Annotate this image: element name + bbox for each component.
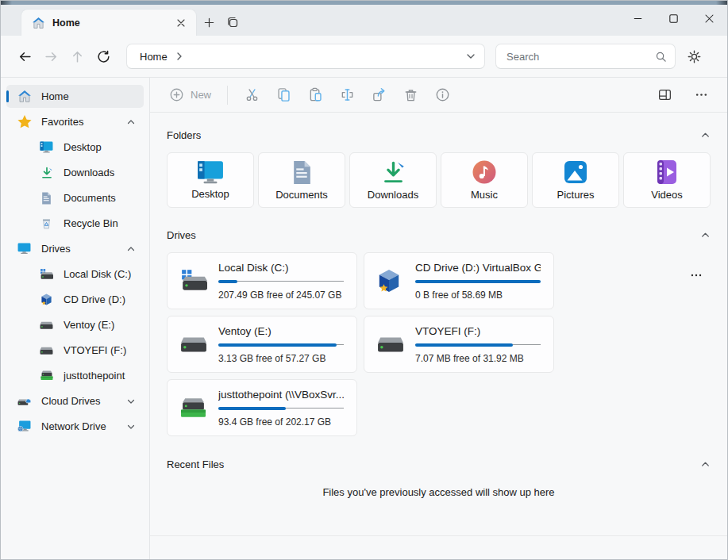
- folder-tile-documents[interactable]: Documents: [258, 152, 345, 208]
- local-disk-icon: [39, 269, 54, 280]
- sidebar-item-local-disk-c[interactable]: Local Disk (C:): [6, 263, 144, 286]
- chevron-up-icon[interactable]: [126, 244, 136, 254]
- breadcrumb[interactable]: Home: [140, 51, 168, 63]
- sidebar-item-cloud-drives[interactable]: Cloud Drives: [6, 389, 144, 412]
- folder-tile-videos[interactable]: Videos: [623, 152, 711, 208]
- this-pc-icon: [17, 243, 32, 255]
- section-title: Drives: [167, 229, 196, 241]
- desktop-icon: [39, 141, 54, 153]
- network-drive-icon: [17, 420, 32, 432]
- sidebar-item-vtoyefi-f[interactable]: VTOYEFI (F:): [6, 339, 144, 362]
- sidebar-item-home[interactable]: Home: [6, 85, 144, 108]
- sidebar-item-recycle-bin[interactable]: Recycle Bin: [6, 212, 144, 235]
- drives-more-options-icon[interactable]: [687, 268, 706, 282]
- selection-indicator: [6, 90, 9, 102]
- drive-card-justtothepoint[interactable]: justtothepoint (\\VBoxSvr... 93.4 GB fre…: [167, 379, 357, 436]
- chevron-right-icon[interactable]: [175, 52, 184, 61]
- recycle-bin-icon: [39, 217, 54, 229]
- address-dropdown-icon[interactable]: [465, 51, 476, 62]
- sidebar-item-network-drive[interactable]: Network Drive: [6, 415, 144, 438]
- navigation-pane: Home Favorites Desktop: [1, 78, 150, 560]
- tab-overview-icon[interactable]: [226, 16, 239, 29]
- minimize-icon[interactable]: [620, 5, 656, 32]
- divider: [227, 86, 228, 105]
- home-icon: [17, 90, 32, 103]
- recent-files-section-header: Recent Files: [167, 458, 711, 470]
- collapse-section-icon[interactable]: [700, 230, 711, 240]
- sidebar-item-desktop[interactable]: Desktop: [6, 136, 144, 159]
- sidebar-item-cd-drive-d[interactable]: CD Drive (D:): [6, 288, 144, 311]
- sidebar-item-drives[interactable]: Drives: [6, 237, 144, 260]
- hdd-icon: [180, 335, 207, 354]
- videos-icon: [654, 159, 680, 185]
- chevron-down-icon[interactable]: [126, 422, 136, 432]
- capacity-bar: [218, 279, 344, 284]
- share-icon[interactable]: [363, 82, 395, 108]
- network-share-icon: [180, 397, 207, 419]
- hdd-icon: [39, 346, 54, 355]
- downloads-icon: [39, 167, 54, 179]
- copy-icon[interactable]: [268, 82, 299, 108]
- tab-label: Home: [52, 17, 172, 29]
- folder-tiles: Desktop Documents Downloads: [167, 152, 711, 208]
- search-box[interactable]: [495, 44, 676, 69]
- maximize-icon[interactable]: [656, 5, 691, 32]
- paste-icon[interactable]: [299, 82, 331, 108]
- folders-section-header: Folders: [167, 129, 711, 141]
- sidebar-item-favorites[interactable]: Favorites: [6, 110, 144, 133]
- more-options-icon[interactable]: [685, 82, 717, 108]
- home-icon: [32, 17, 45, 29]
- documents-icon: [292, 160, 312, 185]
- network-share-icon: [39, 370, 54, 381]
- plus-circle-icon: [169, 87, 184, 102]
- drive-cards: Local Disk (C:) 207.49 GB free of 245.07…: [167, 252, 711, 436]
- music-icon: [472, 159, 497, 185]
- new-button[interactable]: New: [161, 82, 219, 108]
- capacity-bar: [415, 279, 541, 284]
- documents-icon: [39, 192, 54, 205]
- local-disk-icon: [180, 270, 207, 292]
- back-icon[interactable]: [12, 44, 38, 70]
- drive-card-ventoy-e[interactable]: Ventoy (E:) 3.13 GB free of 57.27 GB: [167, 316, 357, 373]
- folder-tile-downloads[interactable]: Downloads: [349, 152, 437, 208]
- sidebar-item-documents[interactable]: Documents: [6, 186, 144, 209]
- pictures-icon: [563, 159, 588, 185]
- sidebar-item-downloads[interactable]: Downloads: [6, 161, 144, 184]
- hdd-icon: [39, 320, 54, 330]
- section-title: Folders: [167, 129, 201, 141]
- address-bar[interactable]: Home: [126, 44, 485, 69]
- delete-icon[interactable]: [395, 82, 426, 108]
- collapse-section-icon[interactable]: [700, 459, 711, 470]
- recent-files-empty-message: Files you've previously accessed will sh…: [167, 486, 711, 498]
- chevron-down-icon[interactable]: [126, 397, 136, 406]
- collapse-section-icon[interactable]: [700, 130, 711, 140]
- folder-tile-pictures[interactable]: Pictures: [532, 152, 619, 208]
- sidebar-item-justtothepoint[interactable]: justtothepoint: [6, 364, 144, 387]
- cut-icon[interactable]: [236, 82, 268, 108]
- close-icon[interactable]: [691, 5, 727, 32]
- navigation-bar: Home: [1, 36, 727, 78]
- up-icon[interactable]: [64, 44, 91, 70]
- folder-tile-desktop[interactable]: Desktop: [167, 152, 254, 208]
- folder-tile-music[interactable]: Music: [441, 152, 528, 208]
- refresh-icon[interactable]: [91, 44, 117, 70]
- forward-icon[interactable]: [38, 44, 64, 70]
- file-explorer-window: Home: [0, 0, 728, 560]
- new-tab-icon[interactable]: [203, 17, 215, 29]
- view-options-icon[interactable]: [649, 82, 680, 108]
- tab-home[interactable]: Home: [21, 9, 197, 36]
- chevron-up-icon[interactable]: [126, 117, 136, 127]
- sidebar-item-ventoy-e[interactable]: Ventoy (E:): [6, 313, 144, 336]
- rename-icon[interactable]: [331, 82, 363, 108]
- drive-card-cd-drive-d[interactable]: CD Drive (D:) VirtualBox G... 0 B free o…: [364, 252, 554, 309]
- search-icon[interactable]: [655, 51, 667, 63]
- window-controls: [620, 5, 727, 32]
- drive-card-vtoyefi-f[interactable]: VTOYEFI (F:) 7.07 MB free of 31.92 MB: [364, 316, 554, 373]
- titlebar[interactable]: Home: [1, 5, 727, 36]
- settings-gear-icon[interactable]: [680, 44, 707, 70]
- search-input[interactable]: [507, 51, 655, 63]
- tab-close-icon[interactable]: [172, 14, 190, 32]
- cloud-drive-icon: [17, 396, 32, 406]
- drive-card-local-disk-c[interactable]: Local Disk (C:) 207.49 GB free of 245.07…: [167, 252, 357, 309]
- info-icon[interactable]: [426, 82, 458, 108]
